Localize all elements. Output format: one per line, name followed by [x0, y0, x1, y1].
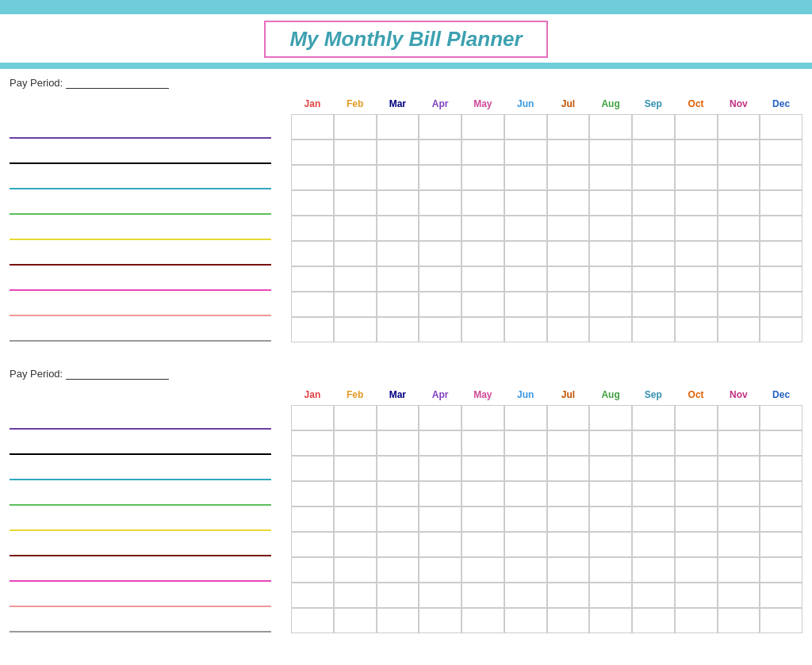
grid-cell[interactable] — [632, 317, 675, 342]
grid-cell[interactable] — [589, 506, 632, 532]
grid-cell[interactable] — [632, 241, 675, 266]
grid-cell[interactable] — [675, 165, 718, 190]
grid-cell[interactable] — [462, 292, 504, 317]
grid-cell[interactable] — [462, 430, 504, 456]
grid-cell[interactable] — [547, 608, 590, 633]
grid-cell[interactable] — [718, 292, 760, 317]
grid-cell[interactable] — [675, 456, 718, 481]
grid-cell[interactable] — [419, 317, 462, 342]
grid-cell[interactable] — [291, 241, 334, 266]
grid-cell[interactable] — [589, 216, 632, 241]
grid-cell[interactable] — [675, 405, 718, 430]
grid-cell[interactable] — [334, 114, 377, 139]
grid-cell[interactable] — [504, 216, 547, 241]
grid-cell[interactable] — [291, 165, 334, 190]
grid-cell[interactable] — [675, 190, 718, 216]
grid-cell[interactable] — [377, 481, 419, 506]
grid-cell[interactable] — [462, 216, 504, 241]
grid-cell[interactable] — [718, 266, 760, 292]
grid-cell[interactable] — [632, 506, 675, 532]
grid-cell[interactable] — [419, 583, 462, 608]
grid-cell[interactable] — [462, 405, 504, 430]
grid-cell[interactable] — [291, 317, 334, 342]
grid-cell[interactable] — [334, 481, 377, 506]
grid-cell[interactable] — [377, 557, 419, 583]
grid-cell[interactable] — [589, 608, 632, 633]
grid-cell[interactable] — [504, 266, 547, 292]
grid-cell[interactable] — [547, 190, 590, 216]
grid-cell[interactable] — [760, 532, 802, 557]
grid-cell[interactable] — [462, 608, 504, 633]
grid-cell[interactable] — [632, 216, 675, 241]
grid-cell[interactable] — [377, 114, 419, 139]
grid-cell[interactable] — [504, 481, 547, 506]
grid-cell[interactable] — [632, 165, 675, 190]
grid-cell[interactable] — [291, 139, 334, 165]
grid-cell[interactable] — [504, 583, 547, 608]
grid-cell[interactable] — [291, 266, 334, 292]
grid-cell[interactable] — [675, 583, 718, 608]
grid-cell[interactable] — [718, 481, 760, 506]
grid-cell[interactable] — [462, 241, 504, 266]
grid-cell[interactable] — [462, 506, 504, 532]
grid-cell[interactable] — [377, 266, 419, 292]
grid-cell[interactable] — [462, 266, 504, 292]
grid-cell[interactable] — [632, 557, 675, 583]
pay-period-input-1[interactable] — [66, 78, 169, 89]
grid-cell[interactable] — [291, 190, 334, 216]
grid-cell[interactable] — [675, 292, 718, 317]
grid-cell[interactable] — [377, 456, 419, 481]
grid-cell[interactable] — [377, 190, 419, 216]
grid-cell[interactable] — [504, 165, 547, 190]
grid-cell[interactable] — [334, 165, 377, 190]
grid-cell[interactable] — [547, 481, 590, 506]
grid-cell[interactable] — [547, 139, 590, 165]
grid-cell[interactable] — [760, 481, 802, 506]
grid-cell[interactable] — [504, 532, 547, 557]
grid-cell[interactable] — [547, 557, 590, 583]
grid-cell[interactable] — [462, 532, 504, 557]
grid-cell[interactable] — [547, 506, 590, 532]
grid-cell[interactable] — [760, 241, 802, 266]
grid-cell[interactable] — [718, 608, 760, 633]
grid-cell[interactable] — [589, 165, 632, 190]
grid-cell[interactable] — [377, 317, 419, 342]
grid-cell[interactable] — [419, 292, 462, 317]
grid-cell[interactable] — [377, 241, 419, 266]
grid-cell[interactable] — [760, 317, 802, 342]
grid-cell[interactable] — [462, 583, 504, 608]
grid-cell[interactable] — [760, 405, 802, 430]
grid-cell[interactable] — [462, 139, 504, 165]
grid-cell[interactable] — [419, 405, 462, 430]
grid-cell[interactable] — [504, 114, 547, 139]
grid-cell[interactable] — [334, 557, 377, 583]
grid-cell[interactable] — [675, 317, 718, 342]
grid-cell[interactable] — [589, 114, 632, 139]
grid-cell[interactable] — [632, 190, 675, 216]
grid-cell[interactable] — [589, 557, 632, 583]
grid-cell[interactable] — [419, 190, 462, 216]
grid-cell[interactable] — [334, 216, 377, 241]
grid-cell[interactable] — [377, 405, 419, 430]
grid-cell[interactable] — [589, 292, 632, 317]
grid-cell[interactable] — [462, 114, 504, 139]
grid-cell[interactable] — [291, 430, 334, 456]
grid-cell[interactable] — [419, 506, 462, 532]
grid-cell[interactable] — [462, 317, 504, 342]
grid-cell[interactable] — [718, 165, 760, 190]
grid-cell[interactable] — [760, 266, 802, 292]
grid-cell[interactable] — [334, 266, 377, 292]
grid-cell[interactable] — [632, 583, 675, 608]
grid-cell[interactable] — [760, 557, 802, 583]
grid-cell[interactable] — [760, 583, 802, 608]
grid-cell[interactable] — [291, 292, 334, 317]
grid-cell[interactable] — [718, 506, 760, 532]
grid-cell[interactable] — [675, 430, 718, 456]
grid-cell[interactable] — [334, 139, 377, 165]
pay-period-input-2[interactable] — [66, 369, 169, 380]
grid-cell[interactable] — [718, 190, 760, 216]
grid-cell[interactable] — [718, 317, 760, 342]
grid-cell[interactable] — [589, 405, 632, 430]
grid-cell[interactable] — [291, 456, 334, 481]
grid-cell[interactable] — [504, 292, 547, 317]
